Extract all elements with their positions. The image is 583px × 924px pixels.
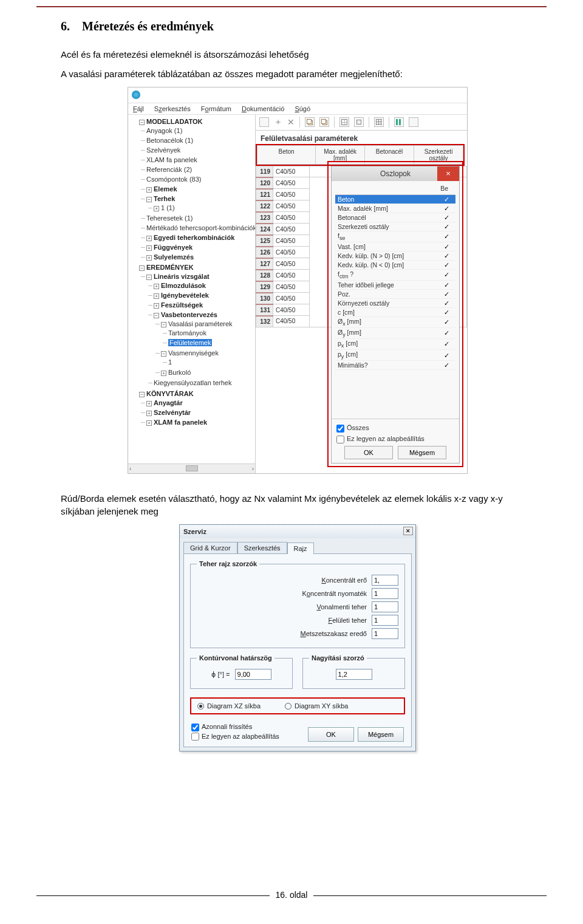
- tree-item[interactable]: Elemek: [154, 185, 177, 193]
- tree-collapse-icon[interactable]: −: [139, 392, 145, 397]
- list-item[interactable]: Betonacél✓: [335, 213, 455, 222]
- tree-item[interactable]: Szelvények: [146, 146, 254, 156]
- dialog-titlebar[interactable]: Szerviz ✕: [180, 525, 415, 538]
- tree-expand-icon[interactable]: +: [146, 255, 152, 261]
- menu-help[interactable]: SúgóSúgó: [295, 105, 310, 112]
- tree-collapse-icon[interactable]: −: [161, 322, 166, 327]
- list-item[interactable]: c [cm]✓: [335, 307, 455, 317]
- list-item[interactable]: Teher időbeli jellege✓: [335, 280, 455, 289]
- tree-item[interactable]: Vasmennyiségek: [168, 349, 219, 357]
- tab-grid-kurzor[interactable]: Grid & Kurzor: [183, 542, 237, 553]
- tree-item[interactable]: 1: [168, 358, 254, 368]
- list-item[interactable]: Szerkezeti osztály✓: [335, 222, 455, 231]
- cell-beton[interactable]: C40/50: [273, 212, 310, 224]
- cell-beton[interactable]: C40/50: [273, 224, 310, 235]
- tree-item[interactable]: Függvények: [154, 244, 193, 251]
- list-item[interactable]: px [cm]✓: [335, 338, 455, 349]
- tree-item[interactable]: Szelvénytár: [154, 409, 191, 416]
- tree-item[interactable]: Burkoló: [168, 369, 191, 376]
- input-koncnyom[interactable]: [372, 588, 398, 599]
- close-icon[interactable]: ✕: [403, 527, 413, 535]
- tree-item[interactable]: Teheresetek (1): [146, 214, 254, 224]
- cell-beton[interactable]: C40/50: [273, 200, 310, 212]
- menu-format[interactable]: FormátumFormátum: [201, 105, 231, 112]
- list-item[interactable]: Minimális?✓: [335, 361, 455, 370]
- input-vonalmenti[interactable]: [372, 601, 398, 612]
- tree-item[interactable]: Referenciák (2): [146, 165, 254, 175]
- tree-expand-icon[interactable]: +: [154, 303, 159, 309]
- tree-item[interactable]: XLAM fa panelek: [146, 156, 254, 165]
- cell-beton[interactable]: C40/50: [273, 316, 310, 327]
- chart-icon[interactable]: [394, 117, 404, 127]
- tree-collapse-icon[interactable]: −: [146, 275, 152, 280]
- list-item[interactable]: Øy [mm]✓: [335, 327, 455, 338]
- tree-expand-icon[interactable]: +: [146, 411, 152, 416]
- tree-expand-icon[interactable]: +: [154, 284, 159, 289]
- menu-edit[interactable]: SzerkesztésSzerkesztés: [154, 105, 191, 112]
- columns-list[interactable]: Be Beton✓Max. adalék [mm]✓Betonacél✓Szer…: [332, 181, 459, 419]
- cancel-button[interactable]: Mégsem: [358, 727, 404, 742]
- paste-icon[interactable]: [319, 117, 329, 127]
- tree-item[interactable]: Vasbetontervezés: [161, 311, 217, 318]
- cell-beton[interactable]: C40/50: [273, 189, 310, 200]
- list-item[interactable]: fctm ?✓: [335, 269, 455, 280]
- ok-button[interactable]: OK: [344, 446, 393, 459]
- tree-expand-icon[interactable]: +: [146, 401, 152, 406]
- tree-item-selected[interactable]: Felületelemek: [168, 339, 212, 346]
- cell-beton[interactable]: C40/50: [273, 166, 310, 177]
- cell-beton[interactable]: C40/50: [273, 293, 310, 304]
- tree-item[interactable]: Igénybevételek: [161, 292, 209, 299]
- cell-beton[interactable]: C40/50: [273, 258, 310, 270]
- list-item[interactable]: Kedv. külp. (N > 0) [cm]✓: [335, 251, 455, 260]
- tree-item[interactable]: Tartományok: [168, 329, 254, 338]
- tree-expand-icon[interactable]: +: [154, 206, 159, 211]
- list-item[interactable]: Beton✓: [335, 194, 455, 204]
- tree-collapse-icon[interactable]: −: [146, 197, 152, 202]
- list-item[interactable]: Kedv. külp. (N < 0) [cm]✓: [335, 260, 455, 269]
- tool-icon[interactable]: [409, 117, 418, 127]
- tree-expand-icon[interactable]: +: [161, 371, 166, 376]
- ok-button[interactable]: OK: [308, 727, 354, 742]
- tool-icon[interactable]: [259, 117, 269, 127]
- list-item[interactable]: Max. adalék [mm]✓: [335, 204, 455, 213]
- delete-icon[interactable]: ✕: [287, 117, 295, 127]
- close-icon[interactable]: ×: [437, 166, 459, 181]
- tree-item[interactable]: XLAM fa panelek: [154, 419, 207, 426]
- tree-item[interactable]: Anyagok (1): [146, 126, 254, 136]
- print-icon[interactable]: [354, 117, 364, 127]
- cell-beton[interactable]: C40/50: [273, 235, 310, 247]
- tree-expand-icon[interactable]: +: [146, 187, 152, 193]
- radio-diagram-xy[interactable]: Diagram XY síkba: [285, 702, 348, 710]
- input-phi[interactable]: [235, 669, 271, 680]
- tree-expand-icon[interactable]: +: [146, 420, 152, 426]
- tree-item[interactable]: Kiegyensúlyozatlan terhek: [154, 378, 254, 388]
- cell-beton[interactable]: C40/50: [273, 304, 310, 316]
- tree-item[interactable]: 1 (1): [161, 204, 175, 211]
- tree-item[interactable]: Terhek: [154, 195, 175, 202]
- cell-beton[interactable]: C40/50: [273, 247, 310, 258]
- tree-collapse-icon[interactable]: −: [139, 265, 145, 271]
- input-nagyitas[interactable]: [336, 669, 372, 680]
- tree-collapse-icon[interactable]: −: [161, 351, 166, 357]
- tree-expand-icon[interactable]: +: [146, 245, 152, 251]
- cell-beton[interactable]: C40/50: [273, 177, 310, 189]
- checkbox-default[interactable]: Ez legyen az alapbeállítás: [191, 733, 279, 741]
- cell-beton[interactable]: C40/50: [273, 270, 310, 281]
- tree-expand-icon[interactable]: +: [154, 293, 159, 299]
- cell-beton[interactable]: C40/50: [273, 281, 310, 293]
- input-feluleti[interactable]: [372, 615, 398, 626]
- list-item[interactable]: Poz.✓: [335, 289, 455, 298]
- add-icon[interactable]: ＋: [274, 117, 282, 128]
- tree-expand-icon[interactable]: +: [146, 236, 152, 241]
- list-item[interactable]: Környezeti osztály✓: [335, 298, 455, 307]
- tree-item[interactable]: Anyagtár: [154, 399, 183, 406]
- tab-rajz[interactable]: Rajz: [287, 542, 314, 554]
- input-koncero[interactable]: [372, 575, 398, 586]
- radio-diagram-xz[interactable]: Diagram XZ síkba: [197, 702, 261, 710]
- list-item[interactable]: Vast. [cm]✓: [335, 242, 455, 251]
- checkbox-default[interactable]: Ez legyen az alapbeállítás: [336, 435, 455, 443]
- checkbox-osszes[interactable]: Összes: [336, 424, 455, 433]
- tree-collapse-icon[interactable]: −: [154, 313, 159, 318]
- tree-item[interactable]: Lineáris vizsgálat: [154, 273, 210, 280]
- tree-item[interactable]: Elmozdulások: [161, 282, 206, 289]
